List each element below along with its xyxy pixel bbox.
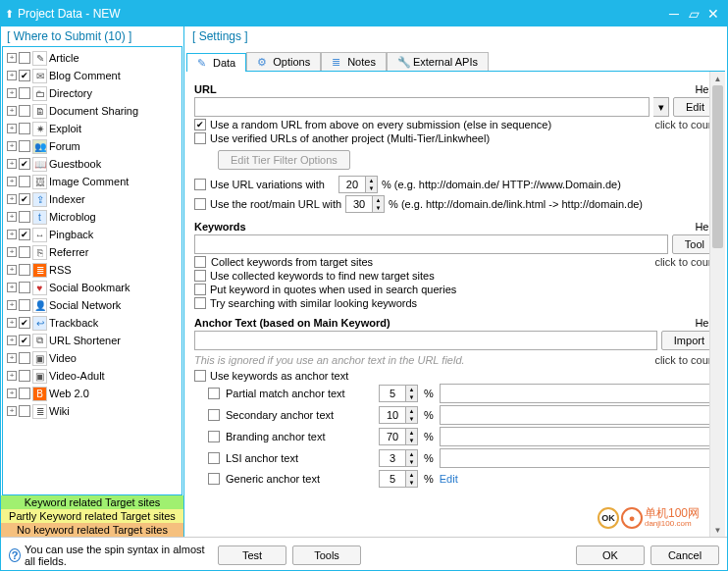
anchor-percent-spinner[interactable]: 3▲▼: [379, 449, 418, 467]
anchor-percent-spinner[interactable]: 5▲▼: [379, 470, 418, 488]
expander-icon[interactable]: +: [7, 212, 17, 222]
expander-icon[interactable]: +: [7, 194, 17, 204]
minimize-button[interactable]: ─: [664, 4, 684, 24]
tools-button[interactable]: Tools: [292, 545, 361, 565]
use-kw-anchor-checkbox[interactable]: [194, 370, 206, 382]
url-dropdown[interactable]: ▾: [653, 97, 669, 117]
root-url-checkbox[interactable]: [194, 198, 206, 210]
tab-data[interactable]: ✎Data: [186, 53, 246, 72]
tree-checkbox[interactable]: [19, 299, 30, 311]
tree-checkbox[interactable]: [19, 264, 30, 276]
anchor-value-input[interactable]: [440, 427, 717, 446]
expander-icon[interactable]: +: [7, 353, 17, 363]
scroll-down-icon[interactable]: ▼: [710, 523, 725, 537]
tree-checkbox[interactable]: [19, 105, 30, 117]
submit-tree[interactable]: + ✎ Article+ ✔ ✉ Blog Comment+ 🗀 Directo…: [2, 46, 182, 495]
scroll-up-icon[interactable]: ▲: [710, 72, 725, 85]
expander-icon[interactable]: +: [7, 88, 17, 98]
expander-icon[interactable]: +: [7, 53, 17, 63]
url-click-to-count[interactable]: click to count: [654, 119, 717, 130]
tree-checkbox[interactable]: ✔: [19, 158, 30, 170]
expander-icon[interactable]: +: [7, 371, 17, 381]
tree-item-article[interactable]: + ✎ Article: [5, 49, 180, 67]
anchor-value-input[interactable]: [440, 405, 717, 425]
expander-icon[interactable]: +: [7, 106, 17, 116]
url-variations-checkbox[interactable]: [194, 179, 206, 190]
anchor-row-checkbox[interactable]: [208, 452, 220, 464]
anchor-percent-spinner[interactable]: 70▲▼: [379, 428, 418, 445]
tree-checkbox[interactable]: [19, 52, 30, 64]
tree-checkbox[interactable]: [19, 176, 30, 187]
similar-checkbox[interactable]: [194, 297, 206, 309]
tree-item-trackback[interactable]: + ✔ ↩ Trackback: [5, 314, 180, 332]
tree-item-forum[interactable]: + 👥 Forum: [5, 137, 180, 155]
anchor-percent-spinner[interactable]: 10▲▼: [379, 406, 418, 424]
tree-item-video-adult[interactable]: + ▣ Video-Adult: [5, 367, 180, 385]
tree-item-video[interactable]: + ▣ Video: [5, 349, 180, 367]
anchor-row-checkbox[interactable]: [208, 388, 220, 399]
anchor-value-input[interactable]: [440, 384, 717, 403]
tree-checkbox[interactable]: [19, 388, 30, 399]
tree-checkbox[interactable]: [19, 352, 30, 364]
anchor-edit-link[interactable]: Edit: [440, 473, 458, 485]
tree-item-wiki[interactable]: + ≣ Wiki: [5, 402, 180, 420]
expander-icon[interactable]: +: [7, 247, 17, 257]
keywords-click-to-count[interactable]: click to count: [654, 256, 717, 268]
tree-item-referrer[interactable]: + ⎘ Referrer: [5, 243, 180, 261]
anchor-click-to-count[interactable]: click to count: [654, 354, 717, 366]
close-button[interactable]: ✕: [703, 4, 723, 24]
tree-item-microblog[interactable]: + t Microblog: [5, 208, 180, 226]
url-variations-spinner[interactable]: 20▲▼: [338, 176, 378, 193]
expander-icon[interactable]: +: [7, 336, 17, 345]
tree-item-social-network[interactable]: + 👤 Social Network: [5, 296, 180, 314]
tab-options[interactable]: ⚙Options: [246, 52, 321, 71]
anchor-row-checkbox[interactable]: [208, 409, 220, 421]
ok-button[interactable]: OK: [576, 545, 645, 565]
tree-checkbox[interactable]: [19, 405, 30, 417]
tree-item-directory[interactable]: + 🗀 Directory: [5, 84, 180, 102]
test-button[interactable]: Test: [218, 545, 286, 565]
verified-url-checkbox[interactable]: [194, 132, 206, 144]
tree-item-indexer[interactable]: + ✔ ⇪ Indexer: [5, 190, 180, 208]
tree-item-guestbook[interactable]: + ✔ 📖 Guestbook: [5, 155, 180, 173]
scroll-thumb[interactable]: [712, 85, 723, 248]
tree-item-exploit[interactable]: + ✷ Exploit: [5, 120, 180, 137]
url-input[interactable]: [194, 97, 650, 117]
anchor-input[interactable]: [194, 331, 657, 350]
tree-item-pingback[interactable]: + ✔ ↔ Pingback: [5, 226, 180, 243]
tree-checkbox[interactable]: ✔: [19, 70, 30, 81]
settings-scrollbar[interactable]: ▲ ▼: [709, 72, 725, 537]
tree-item-social-bookmark[interactable]: + ♥ Social Bookmark: [5, 279, 180, 296]
quotes-checkbox[interactable]: [194, 284, 206, 295]
tree-item-blog-comment[interactable]: + ✔ ✉ Blog Comment: [5, 67, 180, 84]
expander-icon[interactable]: +: [7, 265, 17, 275]
expander-icon[interactable]: +: [7, 124, 17, 133]
keywords-input[interactable]: [194, 234, 668, 254]
tree-checkbox[interactable]: [19, 140, 30, 152]
maximize-button[interactable]: ▱: [684, 4, 703, 24]
expander-icon[interactable]: +: [7, 159, 17, 169]
tree-item-document-sharing[interactable]: + 🗎 Document Sharing: [5, 102, 180, 120]
collect-kw-checkbox[interactable]: [194, 256, 206, 268]
expander-icon[interactable]: +: [7, 230, 17, 239]
expander-icon[interactable]: +: [7, 283, 17, 292]
tree-checkbox[interactable]: [19, 123, 30, 134]
tree-checkbox[interactable]: [19, 246, 30, 258]
tree-checkbox[interactable]: ✔: [19, 229, 30, 240]
expander-icon[interactable]: +: [7, 141, 17, 151]
tree-checkbox[interactable]: [19, 282, 30, 293]
tab-notes[interactable]: ≣Notes: [321, 52, 387, 71]
expander-icon[interactable]: +: [7, 318, 17, 328]
expander-icon[interactable]: +: [7, 389, 17, 398]
tree-checkbox[interactable]: ✔: [19, 317, 30, 329]
anchor-value-input[interactable]: [440, 448, 717, 468]
use-collected-checkbox[interactable]: [194, 270, 206, 282]
cancel-button[interactable]: Cancel: [650, 545, 719, 565]
anchor-row-checkbox[interactable]: [208, 473, 220, 485]
tree-item-rss[interactable]: + ≣ RSS: [5, 261, 180, 279]
expander-icon[interactable]: +: [7, 177, 17, 186]
tier-filter-button[interactable]: Edit Tier Filter Options: [218, 150, 350, 170]
tree-checkbox[interactable]: ✔: [19, 335, 30, 346]
root-url-spinner[interactable]: 30▲▼: [345, 195, 385, 213]
tree-checkbox[interactable]: [19, 87, 30, 99]
